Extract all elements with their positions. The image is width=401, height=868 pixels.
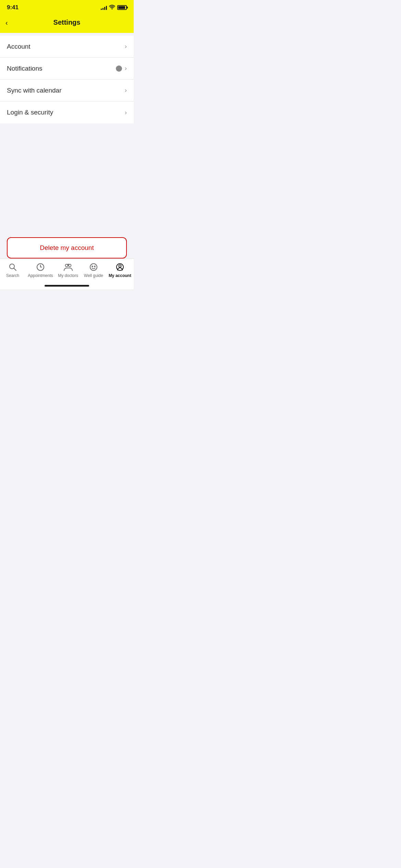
delete-account-button[interactable]: Delete my account xyxy=(7,237,127,258)
header: ‹ Settings xyxy=(0,15,134,33)
search-icon xyxy=(8,262,17,272)
well-guide-icon xyxy=(89,262,98,272)
nav-label-search: Search xyxy=(6,273,19,278)
settings-item-account[interactable]: Account › xyxy=(0,36,134,58)
svg-point-9 xyxy=(94,266,95,267)
signal-icon xyxy=(101,5,107,10)
chevron-right-icon-notifications: › xyxy=(125,65,127,72)
nav-item-appointments[interactable]: Appointments xyxy=(28,262,53,278)
svg-point-8 xyxy=(92,266,93,267)
settings-item-label-login-security: Login & security xyxy=(7,109,53,116)
settings-item-label-account: Account xyxy=(7,43,31,50)
settings-item-notifications[interactable]: Notifications › xyxy=(0,58,134,80)
notification-badge xyxy=(116,65,122,72)
nav-item-well-guide[interactable]: Well guide xyxy=(83,262,104,278)
status-icons xyxy=(101,5,127,11)
appointments-icon xyxy=(36,262,45,272)
nav-label-well-guide: Well guide xyxy=(84,273,103,278)
wifi-icon xyxy=(109,5,115,11)
settings-item-sync-calendar[interactable]: Sync with calendar › xyxy=(0,80,134,101)
status-bar: 9:41 xyxy=(0,0,134,15)
svg-line-1 xyxy=(14,268,16,271)
svg-point-11 xyxy=(119,265,121,267)
nav-label-my-doctors: My doctors xyxy=(58,273,78,278)
settings-item-label-sync-calendar: Sync with calendar xyxy=(7,87,61,94)
settings-list: Account › Notifications › Sync with cale… xyxy=(0,36,134,123)
nav-label-my-account: My account xyxy=(109,273,131,278)
nav-item-my-account[interactable]: My account xyxy=(109,262,131,278)
chevron-right-icon-login-security: › xyxy=(125,109,127,116)
chevron-right-icon-account: › xyxy=(125,43,127,50)
page-title: Settings xyxy=(53,19,81,26)
home-indicator xyxy=(45,285,89,287)
settings-item-label-notifications: Notifications xyxy=(7,65,42,72)
battery-icon xyxy=(117,5,127,10)
nav-item-my-doctors[interactable]: My doctors xyxy=(58,262,78,278)
nav-label-appointments: Appointments xyxy=(28,273,53,278)
settings-item-login-security[interactable]: Login & security › xyxy=(0,101,134,123)
chevron-right-icon-sync-calendar: › xyxy=(125,87,127,94)
delete-button-area: Delete my account xyxy=(0,237,134,258)
status-time: 9:41 xyxy=(7,4,19,11)
svg-point-7 xyxy=(90,264,97,270)
nav-item-search[interactable]: Search xyxy=(2,262,23,278)
my-doctors-icon xyxy=(63,262,73,272)
my-account-icon xyxy=(115,262,125,272)
back-button[interactable]: ‹ xyxy=(5,19,8,29)
